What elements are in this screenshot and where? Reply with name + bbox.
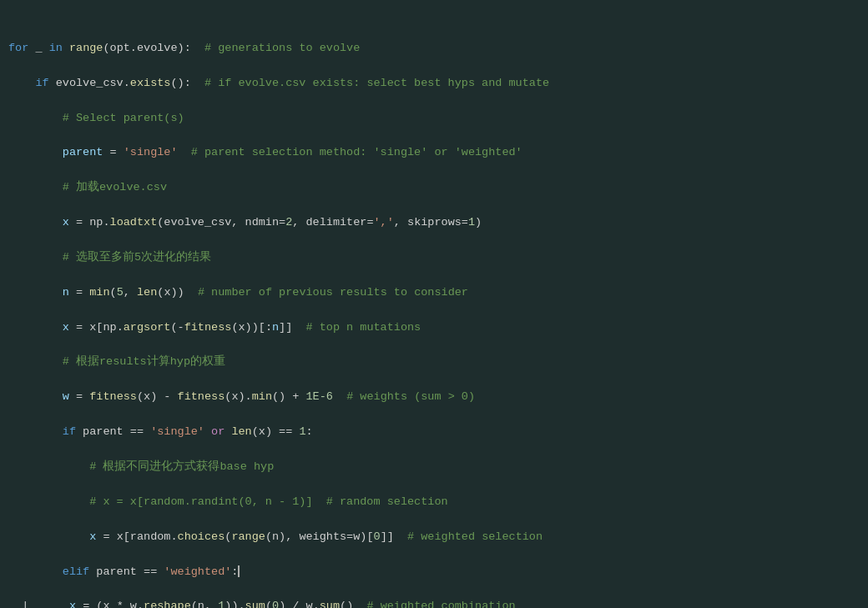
code-line-10: # 根据results计算hyp的权重 (8, 354, 860, 371)
code-line-13: # 根据不同进化方式获得base hyp (8, 459, 860, 476)
code-line-17: | x = (x * w.reshape(n, 1)).sum(0) / w.s… (8, 598, 860, 608)
code-line-8: n = min(5, len(x)) # number of previous … (8, 284, 860, 302)
code-line-1: for _ in range(opt.evolve): # generation… (8, 40, 860, 58)
code-line-16: elif parent == 'weighted': (8, 564, 860, 581)
code-line-7: # 选取至多前5次进化的结果 (8, 249, 860, 267)
code-line-6: x = np.loadtxt(evolve_csv, ndmin=2, deli… (8, 214, 860, 232)
code-line-12: if parent == 'single' or len(x) == 1: (8, 424, 860, 441)
code-line-9: x = x[np.argsort(-fitness(x))[:n]] # top… (8, 319, 860, 337)
code-line-11: w = fitness(x) - fitness(x).min() + 1E-6… (8, 389, 860, 406)
code-line-3: # Select parent(s) (8, 110, 860, 128)
code-line-15: x = x[random.choices(range(n), weights=w… (8, 529, 860, 546)
code-line-5: # 加载evolve.csv (8, 179, 860, 197)
code-line-2: if evolve_csv.exists(): # if evolve.csv … (8, 75, 860, 93)
code-line-4: parent = 'single' # parent selection met… (8, 144, 860, 162)
code-line-14: # x = x[random.randint(0, n - 1)] # rand… (8, 494, 860, 511)
code-editor: for _ in range(opt.evolve): # generation… (0, 0, 868, 608)
